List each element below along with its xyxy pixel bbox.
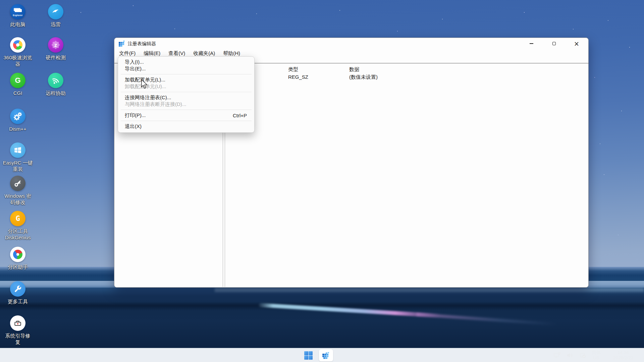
menu-separator xyxy=(121,92,252,92)
menu-item-import[interactable]: 导入(I)... xyxy=(118,59,254,65)
windows-start-icon xyxy=(304,351,313,360)
browser-360-icon xyxy=(10,37,25,53)
regedit-app-icon xyxy=(118,40,125,47)
file-menu-popup: 导入(I)... 导出(E)... 加载配置单元(L)... 卸载配置单元(U)… xyxy=(118,56,255,133)
value-type-cell: REG_SZ xyxy=(288,74,308,80)
menu-separator xyxy=(121,110,252,110)
menu-item-print[interactable]: 打印(P)... Ctrl+P xyxy=(118,112,254,119)
desktop-icon-thunder[interactable]: 迅雷 xyxy=(37,4,74,27)
mouse-cursor xyxy=(140,79,149,89)
icon-label: 迅雷 xyxy=(37,21,74,27)
diskgenius-g-icon: G xyxy=(10,211,25,226)
menu-item-unload-hive: 卸载配置单元(U)... xyxy=(118,83,254,90)
menu-item-export[interactable]: 导出(E)... xyxy=(118,65,254,72)
hardware-gear-icon: z xyxy=(48,37,63,53)
icon-label: Windows 密 码修改 xyxy=(0,193,36,205)
menu-item-disconnect-network-registry: 与网络注册表断开连接(D)... xyxy=(118,101,254,108)
desktop-icon-win-password[interactable]: Windows 密 码修改 xyxy=(0,176,36,205)
wallpaper-sea xyxy=(0,288,644,348)
icon-label: 硬件检测 xyxy=(37,54,74,61)
dism-gears-icon xyxy=(10,109,25,124)
desktop-icon-boot-repair[interactable]: 系统引导修 复 xyxy=(0,315,36,345)
wrench-icon xyxy=(10,281,25,297)
print-shortcut: Ctrl+P xyxy=(233,113,247,118)
minimize-button[interactable] xyxy=(524,38,539,49)
column-header-type[interactable]: 类型 xyxy=(288,66,298,73)
explorer-badge: Explorer xyxy=(10,14,25,16)
regedit-taskbar-icon xyxy=(322,351,330,359)
thunder-bird-icon xyxy=(48,4,63,19)
value-data-cell: (数值未设置) xyxy=(349,74,378,80)
toolbox-icon xyxy=(10,315,25,331)
desktop-icon-this-pc[interactable]: Explorer 此电脑 xyxy=(0,4,36,27)
key-icon xyxy=(10,176,25,191)
menu-item-connect-network-registry[interactable]: 连接网络注册表(C)... xyxy=(118,94,254,101)
menu-separator xyxy=(121,121,252,121)
menu-item-load-hive[interactable]: 加载配置单元(L)... xyxy=(118,76,254,83)
desktop-icon-remote-assist[interactable]: 远程协助 xyxy=(37,73,74,96)
desktop-icon-easyrc[interactable]: EasyRC 一键 重装 xyxy=(0,142,36,172)
cgi-glyph: G xyxy=(15,77,20,84)
menu-item-exit[interactable]: 退出(X) xyxy=(118,123,254,130)
window-title: 注册表编辑器 xyxy=(128,41,156,47)
icon-label: CGI xyxy=(0,90,36,96)
icon-label: 分区助手 xyxy=(0,264,36,270)
windows-flag-icon xyxy=(10,142,25,158)
desktop-icon-360-browser[interactable]: 360极速浏览 器 xyxy=(0,37,36,67)
close-button[interactable]: × xyxy=(569,38,584,49)
desktop-icon-more-tools[interactable]: 更多工具 xyxy=(0,281,36,305)
icon-label: 360极速浏览 器 xyxy=(0,54,36,67)
icon-label: 此电脑 xyxy=(0,21,36,27)
desktop-icon-dism[interactable]: Dism++ xyxy=(0,109,36,132)
icon-label: 更多工具 xyxy=(0,298,36,305)
column-header-data[interactable]: 数据 xyxy=(349,66,359,73)
icon-label: Dism++ xyxy=(0,126,36,132)
taskbar xyxy=(0,348,644,362)
diskgenius-glyph: G xyxy=(15,215,20,222)
title-bar[interactable]: 注册表编辑器 × xyxy=(114,38,588,49)
wallpaper-sea-band xyxy=(215,288,644,292)
menu-separator xyxy=(121,74,252,74)
start-button[interactable] xyxy=(301,349,316,361)
desktop-icon-hardware-check[interactable]: z 硬件检测 xyxy=(37,37,74,61)
icon-label: 分区工具 DiskGenius xyxy=(0,228,36,241)
icon-label: EasyRC 一键 重装 xyxy=(0,160,36,172)
desktop-icon-diskgenius[interactable]: G 分区工具 DiskGenius xyxy=(0,211,36,241)
remote-broadcast-icon xyxy=(48,73,63,88)
desktop-icon-partition-assistant[interactable]: 分区助手 xyxy=(0,247,36,270)
icon-label: 系统引导修 复 xyxy=(0,333,36,345)
desktop-icon-cgi[interactable]: G CGI xyxy=(0,73,36,96)
taskbar-regedit-button[interactable] xyxy=(319,349,333,361)
partition-pie-icon xyxy=(10,247,25,262)
explorer-icon: Explorer xyxy=(10,4,25,19)
wallpaper-stars xyxy=(0,0,1,1)
icon-label: 远程协助 xyxy=(37,90,74,96)
maximize-button[interactable] xyxy=(546,38,562,49)
cgi-g-icon: G xyxy=(10,73,25,88)
